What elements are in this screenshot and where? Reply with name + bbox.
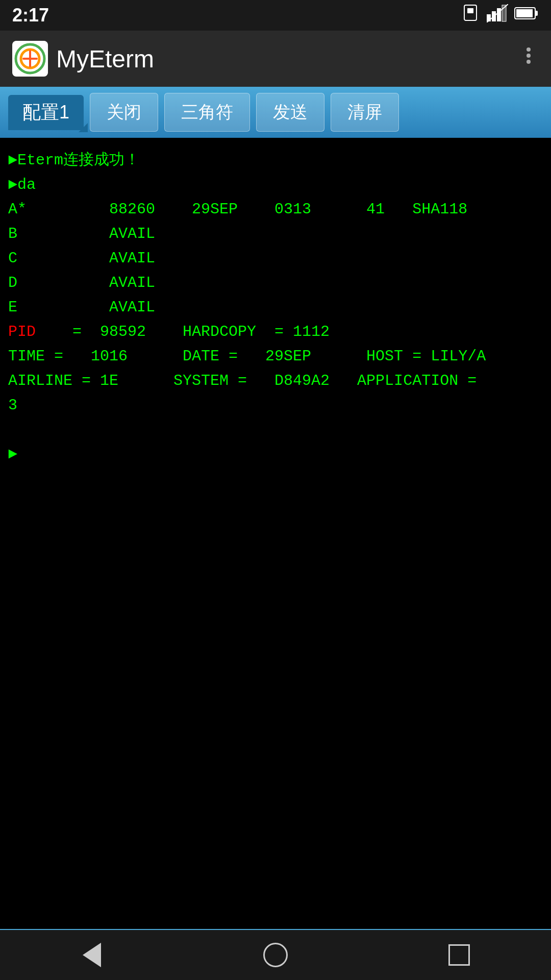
back-button[interactable] [71,940,112,970]
send-button[interactable]: 发送 [256,93,324,132]
clear-button[interactable]: 清屏 [331,93,399,132]
term-line-6: D AVAIL [8,271,543,295]
term-line-8: PID = 98592 HARDCOPY = 1112 [8,320,543,344]
term-line-5: C AVAIL [8,246,543,271]
status-time: 2:17 [12,5,49,26]
svg-rect-1 [467,8,473,13]
svg-point-15 [527,60,531,64]
terminal[interactable]: ►Eterm连接成功！ ►da A* 88260 29SEP 0313 41 S… [0,138,551,929]
term-line-9: TIME = 1016 DATE = 29SEP HOST = LILY/A [8,344,543,369]
status-icons [462,4,539,27]
svg-point-14 [527,54,531,58]
menu-icon[interactable] [518,45,539,72]
term-line-7: E AVAIL [8,295,543,320]
recent-button[interactable] [439,940,480,970]
home-button[interactable] [255,940,296,970]
term-line-10: AIRLINE = 1E SYSTEM = D849A2 APPLICATION… [8,369,543,393]
triangle-button[interactable]: 三角符 [164,93,250,132]
app-logo [12,41,48,77]
status-bar: 2:17 [0,0,551,31]
battery-icon [514,6,539,25]
svg-rect-9 [516,9,533,17]
nav-bar [0,929,551,980]
close-button[interactable]: 关闭 [90,93,158,132]
term-prompt: ► [8,442,543,467]
term-line-empty [8,418,543,442]
app-title: MyEterm [56,45,154,73]
title-bar: MyEterm [0,31,551,87]
svg-rect-8 [535,11,538,16]
term-line-4: B AVAIL [8,222,543,246]
term-line-3: A* 88260 29SEP 0313 41 SHA118 [8,197,543,222]
term-line-2: ►da [8,173,543,197]
config-tab[interactable]: 配置1 [8,95,84,130]
app-logo-area: MyEterm [12,41,154,77]
signal-icon [487,4,508,27]
term-line-11: 3 [8,393,543,418]
svg-point-13 [527,47,531,52]
toolbar: 配置1 关闭 三角符 发送 清屏 [0,87,551,138]
sim-icon [462,4,481,27]
term-line-1: ►Eterm连接成功！ [8,148,543,173]
